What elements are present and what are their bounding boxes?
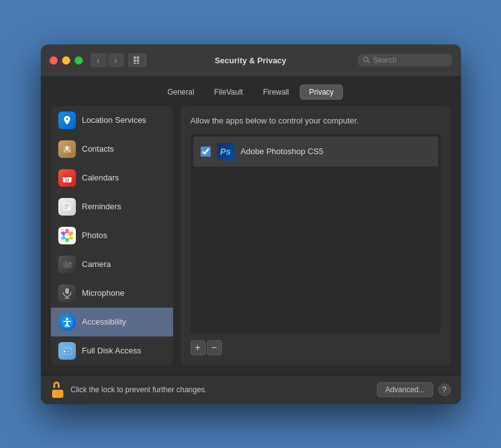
fulldisk-icon	[58, 342, 76, 360]
sidebar-item-contacts[interactable]: Contacts	[51, 135, 173, 164]
location-icon	[58, 112, 76, 129]
sidebar-item-fulldisk[interactable]: Full Disk Access	[51, 336, 173, 365]
app-list: Ps Adobe Photoshop CS5	[191, 134, 441, 334]
sidebar-item-label: Location Services	[82, 115, 147, 125]
svg-rect-29	[65, 261, 67, 263]
sidebar-item-label: Camera	[82, 259, 111, 269]
svg-rect-4	[134, 63, 136, 64]
traffic-lights	[50, 56, 83, 65]
help-button[interactable]: ?	[438, 383, 451, 396]
sidebar-item-calendars[interactable]: 17 Calendars	[51, 164, 173, 192]
tab-general[interactable]: General	[158, 85, 204, 100]
titlebar: ‹ › Security & Privacy	[41, 44, 461, 77]
svg-point-6	[364, 57, 368, 61]
photos-icon	[58, 227, 76, 244]
lock-body	[52, 390, 63, 398]
lock-shackle	[53, 382, 60, 388]
calendars-icon: 17	[58, 169, 76, 187]
contacts-icon	[58, 140, 76, 158]
app-list-item: Ps Adobe Photoshop CS5	[193, 137, 438, 167]
svg-point-9	[65, 146, 68, 149]
tabs-bar: General FileVault Firewall Privacy	[41, 77, 461, 106]
main-panel: Allow the apps below to control your com…	[181, 106, 451, 365]
app-icon-photoshop: Ps	[217, 143, 235, 160]
sidebar-item-label: Photos	[82, 231, 107, 240]
sidebar-item-label: Accessibility	[82, 317, 127, 326]
svg-rect-2	[134, 60, 136, 62]
sidebar-item-label: Reminders	[82, 202, 122, 211]
grid-button[interactable]	[128, 53, 147, 67]
svg-rect-12	[63, 176, 71, 177]
tab-privacy[interactable]: Privacy	[300, 85, 343, 100]
svg-rect-5	[137, 63, 139, 64]
sidebar-item-microphone[interactable]: Microphone	[51, 279, 173, 308]
lock-text: Click the lock to prevent further change…	[71, 385, 377, 394]
tab-filevault[interactable]: FileVault	[205, 85, 253, 100]
content-area: Location Services Contacts	[41, 106, 461, 375]
bottom-bar: Click the lock to prevent further change…	[41, 375, 461, 404]
panel-description: Allow the apps below to control your com…	[191, 116, 441, 125]
add-button[interactable]: +	[191, 340, 206, 355]
back-button[interactable]: ‹	[90, 53, 107, 67]
microphone-icon	[58, 284, 76, 302]
svg-point-38	[63, 350, 65, 352]
forward-button[interactable]: ›	[108, 53, 124, 67]
accessibility-icon	[58, 313, 76, 331]
svg-rect-30	[70, 263, 71, 264]
app-checkbox[interactable]	[201, 147, 211, 157]
search-icon	[363, 56, 370, 65]
close-button[interactable]	[50, 56, 58, 65]
panel-actions: + −	[191, 340, 441, 355]
tab-firewall[interactable]: Firewall	[253, 85, 298, 100]
svg-rect-3	[137, 60, 139, 62]
sidebar-item-camera[interactable]: Camera	[51, 250, 173, 279]
sidebar-item-reminders[interactable]: Reminders	[51, 192, 173, 221]
svg-rect-40	[66, 352, 68, 353]
svg-point-35	[66, 318, 68, 320]
sidebar-item-label: Contacts	[82, 144, 114, 154]
minimize-button[interactable]	[62, 56, 70, 65]
sidebar-item-label: Microphone	[82, 288, 125, 298]
advanced-button[interactable]: Advanced...	[377, 382, 433, 397]
reminders-icon	[58, 198, 76, 216]
svg-rect-0	[134, 56, 136, 59]
app-name: Adobe Photoshop CS5	[241, 147, 324, 156]
svg-rect-1	[137, 56, 139, 59]
svg-rect-39	[66, 351, 70, 352]
sidebar-item-photos[interactable]: Photos	[51, 221, 173, 250]
sidebar-item-label: Full Disk Access	[82, 346, 142, 355]
search-box[interactable]	[358, 54, 452, 66]
main-window: ‹ › Security & Privacy	[41, 44, 461, 404]
camera-icon	[58, 256, 76, 273]
svg-line-7	[367, 61, 369, 63]
svg-point-25	[65, 233, 70, 238]
maximize-button[interactable]	[75, 56, 83, 65]
sidebar: Location Services Contacts	[51, 106, 173, 365]
remove-button[interactable]: −	[207, 340, 222, 355]
lock-icon[interactable]	[51, 382, 65, 398]
svg-point-28	[66, 264, 68, 266]
svg-text:17: 17	[65, 179, 69, 182]
sidebar-item-location[interactable]: Location Services	[51, 106, 173, 135]
window-title: Security & Privacy	[214, 56, 286, 65]
svg-rect-31	[65, 288, 69, 294]
search-input[interactable]	[373, 56, 447, 65]
nav-buttons: ‹ ›	[90, 53, 124, 67]
sidebar-item-accessibility[interactable]: Accessibility	[51, 308, 173, 336]
sidebar-item-label: Calendars	[82, 173, 119, 182]
